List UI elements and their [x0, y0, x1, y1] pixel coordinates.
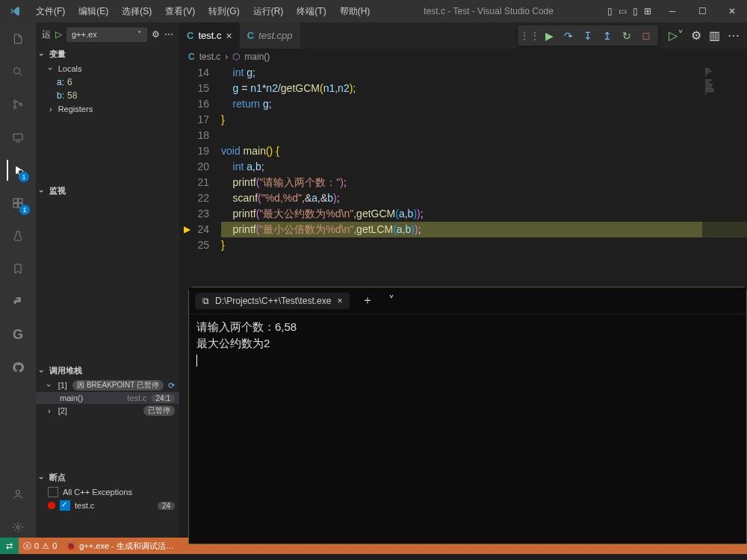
watch-section[interactable]: 监视 — [36, 183, 179, 199]
restart-icon[interactable]: ↻ — [618, 27, 636, 45]
terminal-cursor — [196, 355, 197, 367]
stop-icon[interactable]: □ — [637, 27, 655, 45]
menu-run[interactable]: 运行(R) — [247, 2, 290, 21]
variables-section[interactable]: 变量 — [36, 46, 179, 62]
svg-rect-4 — [13, 134, 22, 140]
bookmark-icon[interactable] — [7, 258, 28, 279]
breakpoints-section[interactable]: 断点 — [36, 470, 179, 485]
window-controls: ─ ☐ ✕ — [657, 0, 747, 22]
accounts-icon[interactable] — [7, 484, 28, 505]
gitlens-icon[interactable]: G — [7, 324, 28, 345]
close-tab-icon[interactable]: × — [226, 30, 232, 42]
config-dropdown[interactable]: g++.ex˅ — [66, 28, 147, 42]
menu-terminal[interactable]: 终端(T) — [291, 2, 332, 21]
run-debug-icon[interactable]: 1 — [7, 160, 28, 181]
menu-file[interactable]: 文件(F) — [30, 2, 71, 21]
c-file-icon: C — [187, 30, 193, 41]
panel-right-icon[interactable]: ▯ — [633, 6, 638, 16]
debug-toolbar[interactable]: ⋮⋮ ▶ ↷ ↧ ↥ ↻ □ — [518, 25, 658, 46]
svg-point-3 — [19, 103, 22, 105]
function-icon: ⬡ — [232, 52, 240, 62]
start-debug-icon[interactable]: ▷ — [55, 29, 62, 40]
gear-icon[interactable]: ⚙ — [152, 29, 160, 40]
stack-frame[interactable]: main() test.c 24:1 — [36, 392, 179, 404]
terminal-output[interactable]: 请输入两个数：6,58 最大公约数为2 — [189, 314, 746, 544]
locals-node[interactable]: Locals — [36, 62, 179, 75]
search-icon[interactable] — [7, 61, 28, 82]
menu-edit[interactable]: 编辑(E) — [72, 2, 114, 21]
github-icon[interactable] — [7, 357, 28, 378]
var-a[interactable]: a: 6 — [36, 75, 179, 89]
source-control-icon[interactable] — [7, 94, 28, 115]
debug-sidebar: 运 ▷ g++.ex˅ ⚙ ⋯ 变量 Locals a: 6 b: 58 Reg… — [36, 22, 179, 538]
menu-view[interactable]: 查看(V) — [159, 2, 201, 21]
testing-icon[interactable] — [7, 225, 28, 246]
settings-icon[interactable] — [7, 517, 28, 538]
remote-indicator[interactable]: ⇄ — [0, 538, 19, 554]
svg-rect-9 — [19, 199, 22, 202]
thread-2[interactable]: [2]已暂停 — [36, 404, 179, 417]
minimize-button[interactable]: ─ — [657, 0, 687, 22]
close-terminal-icon[interactable]: × — [337, 296, 342, 306]
terminal-window: ⧉ D:\Projects\C++\Test\test.exe × ＋ ˅ 请输… — [188, 287, 747, 544]
step-out-icon[interactable]: ↥ — [598, 27, 616, 45]
breadcrumb-symbol[interactable]: main() — [244, 52, 270, 62]
editor-tabs: C test.c × C test.cpp ⋮⋮ ▶ ↷ ↧ ↥ ↻ □ ▷˅ … — [179, 22, 747, 49]
registers-node[interactable]: Registers — [36, 102, 179, 116]
svg-rect-6 — [13, 199, 17, 202]
menu-help[interactable]: 帮助(H) — [334, 2, 376, 21]
layout-controls: ▯ ▭ ▯ ⊞ — [601, 6, 657, 16]
terminal-tabs: ⧉ D:\Projects\C++\Test\test.exe × ＋ ˅ — [189, 287, 746, 314]
new-tab-icon[interactable]: ＋ — [356, 290, 379, 311]
svg-point-0 — [14, 68, 20, 74]
breadcrumb[interactable]: C test.c › ⬡ main() — [179, 49, 747, 65]
callstack-section[interactable]: 调用堆栈 — [36, 363, 179, 379]
cpp-file-icon: C — [247, 30, 254, 41]
layout-icon[interactable]: ⊞ — [644, 6, 651, 16]
activity-bar: 1 1 G — [0, 22, 36, 538]
bp-test-c[interactable]: test.c24 — [36, 499, 179, 512]
panel-bottom-icon[interactable]: ▭ — [619, 6, 627, 16]
remote-icon[interactable] — [7, 127, 28, 148]
run-label: 运 — [42, 28, 51, 41]
svg-point-1 — [13, 100, 16, 102]
svg-rect-7 — [13, 204, 17, 208]
terminal-tab-title: D:\Projects\C++\Test\test.exe — [215, 296, 331, 306]
step-into-icon[interactable]: ↧ — [579, 27, 597, 45]
thread-1[interactable]: [1]因 BREAKPOINT 已暂停⟳ — [36, 379, 179, 392]
terminal-dropdown-icon[interactable]: ˅ — [385, 290, 397, 311]
svg-point-2 — [13, 106, 16, 108]
tab-test-cpp[interactable]: C test.cpp — [240, 22, 300, 49]
panel-left-icon[interactable]: ▯ — [607, 6, 613, 16]
python-icon[interactable] — [7, 291, 28, 312]
title-bar: 文件(F) 编辑(E) 选择(S) 查看(V) 转到(G) 运行(R) 终端(T… — [0, 0, 747, 22]
close-button[interactable]: ✕ — [717, 0, 747, 22]
bp-all-cpp[interactable]: All C++ Exceptions — [36, 485, 179, 499]
debug-config-item[interactable]: 🐞 g++.exe - 生成和调试活… — [61, 541, 179, 552]
editor-more-icon[interactable]: ⋯ — [728, 28, 740, 43]
tab-label: test.c — [198, 30, 221, 41]
svg-point-11 — [16, 526, 19, 529]
vscode-logo-icon — [0, 5, 30, 17]
menu-bar: 文件(F) 编辑(E) 选择(S) 查看(V) 转到(G) 运行(R) 终端(T… — [30, 2, 376, 21]
continue-icon[interactable]: ▶ — [540, 27, 558, 45]
window-title: test.c - Test - Visual Studio Code — [376, 6, 601, 16]
drag-handle-icon[interactable]: ⋮⋮ — [521, 27, 539, 45]
svg-point-10 — [16, 491, 19, 494]
terminal-tab[interactable]: ⧉ D:\Projects\C++\Test\test.exe × — [195, 293, 350, 309]
menu-select[interactable]: 选择(S) — [116, 2, 158, 21]
extensions-icon[interactable]: 1 — [7, 193, 28, 214]
var-b[interactable]: b: 58 — [36, 89, 179, 102]
breadcrumb-file[interactable]: test.c — [199, 52, 221, 62]
errors-item[interactable]: ⓧ 0 ⚠ 0 — [19, 541, 61, 552]
c-file-icon: C — [188, 52, 195, 62]
run-file-icon[interactable]: ▷˅ — [669, 28, 684, 43]
more-icon[interactable]: ⋯ — [164, 29, 173, 40]
explorer-icon[interactable] — [7, 28, 28, 49]
editor-gear-icon[interactable]: ⚙ — [691, 28, 701, 43]
split-editor-icon[interactable]: ▥ — [709, 28, 720, 43]
maximize-button[interactable]: ☐ — [687, 0, 717, 22]
tab-test-c[interactable]: C test.c × — [179, 22, 240, 49]
step-over-icon[interactable]: ↷ — [560, 27, 577, 45]
menu-go[interactable]: 转到(G) — [202, 2, 245, 21]
